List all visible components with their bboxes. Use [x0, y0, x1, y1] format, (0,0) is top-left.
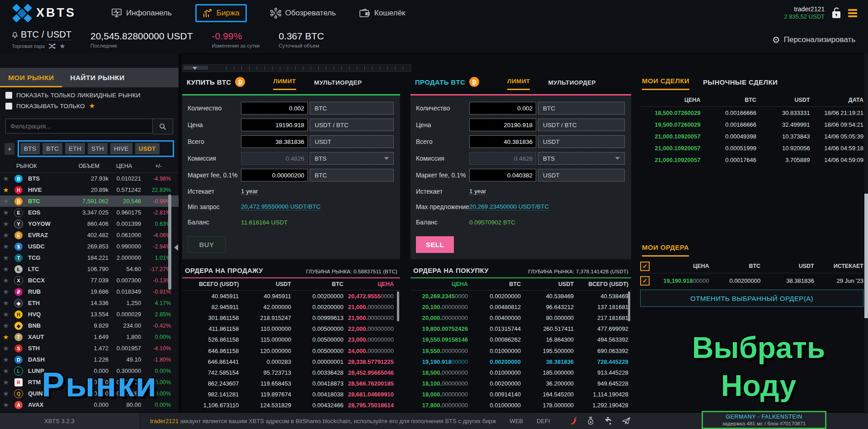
- market-row[interactable]: ★QQUINT0.0000.0000810.00%: [0, 388, 179, 399]
- market-row[interactable]: ★₿BTC7,591.06220,546-0.99%: [0, 195, 179, 207]
- sell-order-row[interactable]: 742.58515495.7237130.0033642828,452.9566…: [182, 367, 400, 378]
- favorite-star-icon[interactable]: ★: [0, 390, 12, 398]
- filter-input[interactable]: [5, 119, 153, 133]
- market-row[interactable]: ★LLUNR0.0000.3000000.00%: [0, 365, 179, 377]
- favorite-star-icon[interactable]: ★: [0, 197, 12, 205]
- favorite-star-icon[interactable]: ★: [0, 299, 12, 307]
- sell-book-scrollbar[interactable]: [397, 291, 399, 321]
- nav-wallet[interactable]: Кошелёк: [359, 9, 406, 18]
- page-scrollbar[interactable]: [864, 53, 868, 413]
- cancel-selected-orders-button[interactable]: ОТМЕНИТЬ ВЫБРАННЫЙ ОРДЕР(А): [640, 290, 863, 307]
- sell-fee-asset-select[interactable]: BTS: [538, 152, 625, 165]
- buy-order-row[interactable]: 20,269.234500000.0020000040.53846940.538…: [410, 291, 631, 301]
- buy-order-row[interactable]: 20,100.000000000.0048081296.643212137.18…: [410, 301, 631, 312]
- sell-order-row[interactable]: 982.141281119.8976740.0041803828,681.046…: [182, 389, 400, 400]
- tab-market-trades[interactable]: РЫНОЧНЫЕ СДЕЛКИ: [703, 78, 778, 90]
- user-info[interactable]: trader2121 2 835,52 USDT: [784, 5, 825, 21]
- market-row[interactable]: ★◆BNB9.829234.00-0.42%: [0, 320, 179, 331]
- favorite-star-icon[interactable]: ★: [0, 254, 12, 262]
- favorite-star-icon[interactable]: ★: [0, 401, 12, 409]
- defi-link[interactable]: DEFI: [537, 418, 550, 424]
- buy-order-row[interactable]: 19,550.091581460.0008626216.864300494.56…: [410, 334, 631, 345]
- market-row[interactable]: ★BBTS27.93k0.010221-4.98%: [0, 173, 179, 184]
- favorite-star-icon[interactable]: ★: [0, 310, 12, 319]
- buy-order-row[interactable]: 18,500.000000000.01000000185.000000913.4…: [410, 367, 631, 378]
- buy-order-row[interactable]: 19,550.000000000.01000000195.500000690.0…: [410, 345, 631, 356]
- sell-order-row[interactable]: 82.94591142.0000000.0020000021,000.00000…: [182, 301, 400, 312]
- favorites-only-checkbox[interactable]: [5, 103, 12, 110]
- xbts-logo[interactable]: XBTS: [12, 4, 76, 22]
- buy-qty-input[interactable]: [241, 102, 308, 114]
- select-all-orders-checkbox[interactable]: ✓: [640, 262, 650, 271]
- sell-expires-value[interactable]: 1 year: [469, 188, 486, 195]
- market-row[interactable]: ★₽RUB19.6860.018349-0.91%: [0, 286, 179, 297]
- sidebar-scrollbar[interactable]: [168, 195, 171, 290]
- page-scrollbar-thumb[interactable]: [864, 194, 868, 318]
- sell-order-row[interactable]: 1,106.673110124.5318290.0043246628,795.7…: [182, 400, 400, 411]
- buy-order-row[interactable]: 18,100.000000000.0020000036.200000949.64…: [410, 378, 631, 389]
- favorite-star-icon[interactable]: ★: [0, 186, 12, 194]
- buy-button[interactable]: BUY: [188, 236, 226, 253]
- favorite-star-icon[interactable]: ★: [0, 378, 12, 386]
- sell-order-row[interactable]: 646.8614410.0002830.0000000128,338.57791…: [182, 356, 400, 367]
- buy-total-input[interactable]: [241, 135, 308, 148]
- buy-tab-limit[interactable]: ЛИМИТ: [273, 78, 296, 90]
- quote-tab-eth[interactable]: ETH: [65, 143, 85, 154]
- favorite-star-icon[interactable]: ★: [0, 231, 12, 239]
- market-row[interactable]: ★ŁLTC106.79054.60-17.27%: [0, 263, 179, 275]
- sell-order-row[interactable]: 40.94591140.9459110.0020000020,472.95550…: [182, 291, 400, 301]
- quote-tab-usdt[interactable]: USDT: [135, 143, 160, 154]
- buy-order-row[interactable]: 18,000.000000000.00914140164.5452001,114…: [410, 389, 631, 400]
- market-row[interactable]: ★EEOS3,347.0250.960175-2.81%: [0, 207, 179, 218]
- sell-tab-limit[interactable]: ЛИМИТ: [507, 78, 530, 90]
- sell-order-row[interactable]: 862.243607119.6584530.0041887328,566.762…: [182, 378, 400, 389]
- sell-total-input[interactable]: [469, 135, 536, 148]
- quote-tab-hive[interactable]: HIVE: [110, 143, 132, 154]
- market-row[interactable]: ★YYOYOW860.4060.0013990.63%: [0, 218, 179, 229]
- sell-maxbid-value[interactable]: 20,269.23450000 USDT/BTC: [469, 203, 549, 210]
- market-row[interactable]: ★HHIVE20.89k0.57124222.83%: [0, 184, 179, 195]
- market-row[interactable]: ★HHVQ13.5540.0000292.85%: [0, 309, 179, 320]
- favorite-star-icon[interactable]: ★: [0, 175, 12, 183]
- favorite-star-icon[interactable]: ★: [0, 243, 12, 251]
- node-status[interactable]: GERMANY - FALKENSTEIN задержка 481 мс / …: [702, 411, 826, 429]
- market-row[interactable]: ★AAVAX0.00080.000.00%: [0, 399, 179, 410]
- chili-icon[interactable]: [570, 417, 577, 425]
- market-row[interactable]: ★SSTH1.4720.001957-4.10%: [0, 343, 179, 354]
- market-row[interactable]: ★TTCG184.2212.0000001.01%: [0, 252, 179, 263]
- favorite-star-icon[interactable]: ★: [0, 367, 12, 375]
- sell-price-input[interactable]: [469, 119, 536, 131]
- sell-order-row[interactable]: 301.861158218.9152470.0099961321,900.000…: [182, 312, 400, 323]
- buy-tab-multiorder[interactable]: МУЛЬТИОРДЕР: [314, 79, 362, 90]
- collapse-sidebar-arrow-icon[interactable]: [174, 244, 178, 251]
- market-row[interactable]: ★XBCCX77.0390.007300-0.13%: [0, 275, 179, 286]
- shuffle-icon[interactable]: [48, 43, 56, 49]
- sell-order-row[interactable]: 526.861158115.0000000.0050000023,000.000…: [182, 334, 400, 345]
- my-order-row[interactable]: ✓ 19,190.91800000 0.00200000 38.381836 2…: [640, 273, 863, 288]
- favorite-star-icon[interactable]: ★: [0, 265, 12, 273]
- search-button[interactable]: [153, 119, 173, 134]
- buy-order-row[interactable]: 17,800.000000000.01000000178.0000001,292…: [410, 400, 631, 411]
- sell-button[interactable]: SELL: [416, 236, 454, 253]
- sell-qty-input[interactable]: [469, 102, 536, 114]
- quote-tab-btc[interactable]: BTC: [42, 143, 62, 154]
- order-checkbox[interactable]: ✓: [640, 276, 650, 286]
- quote-tab-sth[interactable]: STH: [88, 143, 108, 154]
- favorite-star-icon[interactable]: ★: [0, 344, 12, 353]
- add-quote-button[interactable]: +: [5, 143, 14, 155]
- liquid-markets-checkbox[interactable]: [5, 92, 12, 99]
- sell-order-row[interactable]: 411.861158110.0000000.0050000022,000.000…: [182, 324, 400, 334]
- quote-tab-bts[interactable]: BTS: [20, 143, 40, 154]
- buy-minask-value[interactable]: 20,472.95550000 USDT/BTC: [241, 203, 321, 210]
- buy-book-scrollbar[interactable]: [628, 291, 630, 321]
- account-name[interactable]: trader2121: [150, 418, 179, 424]
- sell-tab-multiorder[interactable]: МУЛЬТИОРДЕР: [548, 79, 596, 90]
- tab-my-trades[interactable]: МОИ СДЕЛКИ: [642, 77, 689, 90]
- nav-explorer[interactable]: Обозреватель: [270, 8, 336, 19]
- buy-order-row[interactable]: 19,800.007524260.01315744260.517411477.6…: [410, 324, 631, 334]
- buy-price-input[interactable]: [241, 119, 308, 131]
- market-row[interactable]: ★RRTM0.0000.0028000.00%: [0, 377, 179, 388]
- menu-icon[interactable]: [848, 9, 857, 17]
- pair-name[interactable]: BTC / USDT: [12, 29, 71, 40]
- favorite-pair-star-icon[interactable]: ★: [59, 42, 65, 50]
